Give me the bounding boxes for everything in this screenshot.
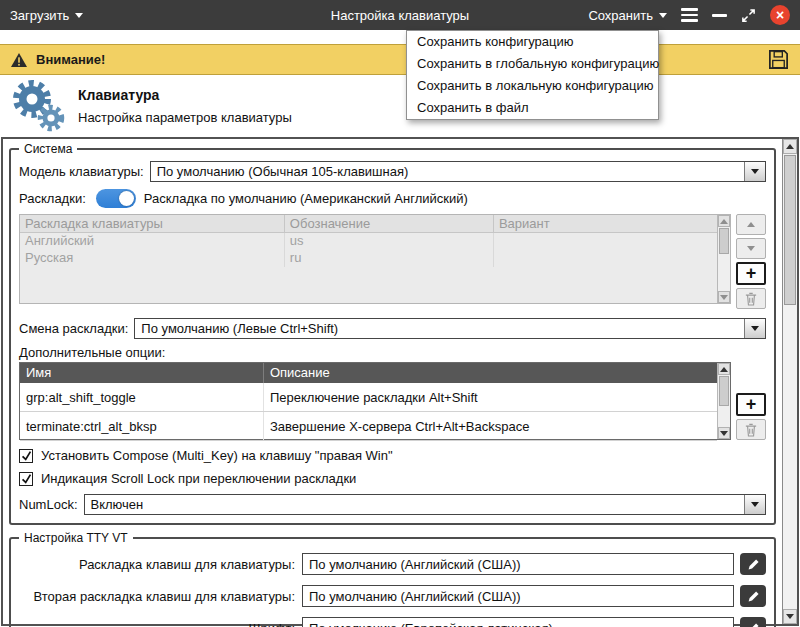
tty-font-edit-button[interactable] [740,617,766,627]
compose-checkbox-row: Установить Compose (Multi_Key) на клавиш… [19,448,766,463]
menu-item-save-config[interactable]: Сохранить конфигурацию [407,31,658,53]
menu-item-save-to-file[interactable]: Сохранить в файл [407,97,658,119]
keyboard-model-row: Модель клавиатуры: По умолчанию (Обычная… [19,161,766,182]
tty-second-layout-input[interactable]: По умолчанию (Английский (США)) [302,585,734,607]
scrollbar-thumb[interactable] [784,155,796,305]
extra-options-label-row: Дополнительные опции: [19,345,766,360]
plus-icon: + [746,264,757,282]
down-arrow-icon [747,246,755,251]
column-header-layout: Раскладка клавиатуры [20,215,285,232]
options-table-scrollbar[interactable] [717,363,730,439]
tty-section: Настройка TTY VT Раскладка клавиш для кл… [9,531,776,627]
layout-switch-row: Смена раскладки: По умолчанию (Левые Ctr… [19,318,766,339]
options-table-header: Имя Описание [20,363,717,383]
close-button[interactable]: × [770,5,790,25]
table-row[interactable]: grp:alt_shift_toggle Переключение раскла… [20,383,717,412]
trash-icon [745,292,757,306]
keyboard-model-dropdown-button[interactable] [744,162,765,181]
delete-layout-button[interactable] [736,288,766,309]
menu-item-save-global-config[interactable]: Сохранить в глобальную конфигурацию [407,53,658,75]
options-table: Имя Описание grp:alt_shift_toggle Перекл… [19,362,731,440]
chevron-down-icon [659,13,667,18]
tty-second-layout-edit-button[interactable] [740,585,766,607]
scrollbar-thumb[interactable] [719,376,729,406]
scroll-down-arrow[interactable] [718,427,730,439]
chevron-down-icon [751,502,759,507]
warning-bar: Внимание! [0,44,800,75]
numlock-dropdown-button[interactable] [744,495,765,514]
column-header-code: Обозначение [285,215,494,232]
move-up-button[interactable] [736,214,766,235]
save-menu-button[interactable]: Сохранить [588,8,667,23]
scroll-up-arrow[interactable] [783,139,797,154]
scrolllock-checkbox-label: Индикация Scroll Lock при переключении р… [41,471,356,486]
scroll-down-arrow[interactable] [783,609,797,624]
chevron-down-icon [751,169,759,174]
column-header-variant: Вариант [494,215,717,232]
warning-text: Внимание! [36,52,105,67]
keyboard-model-value: По умолчанию (Обычная 105-клавишная) [151,162,744,181]
table-row[interactable]: Английский us [20,233,717,250]
compose-checkbox[interactable] [19,449,33,463]
scroll-up-arrow[interactable] [718,363,730,375]
cell-variant [494,233,717,250]
cell-code: us [285,233,494,250]
scrolllock-checkbox[interactable] [19,472,33,486]
numlock-label: NumLock: [19,497,78,512]
layouts-table-header: Раскладка клавиатуры Обозначение Вариант [20,215,717,233]
layout-switch-dropdown-button[interactable] [744,319,765,338]
options-table-buttons: + [736,362,766,440]
tty-font-input[interactable]: По умолчанию (Европейская латинская) [302,617,734,627]
up-arrow-icon [747,222,755,227]
compose-checkbox-label: Установить Compose (Multi_Key) на клавиш… [41,448,393,463]
layout-switch-select[interactable]: По умолчанию (Левые Ctrl+Shift) [134,318,766,339]
layouts-table: Раскладка клавиатуры Обозначение Вариант… [19,214,731,304]
expand-arrows-icon [741,8,756,23]
menu-item-save-local-config[interactable]: Сохранить в локальную конфигурацию [407,75,658,97]
table-row[interactable]: terminate:ctrl_alt_bksp Завершение X-сер… [20,412,717,441]
default-layout-toggle[interactable] [96,189,136,208]
check-icon [21,473,32,484]
tty-font-row: Шрифт: По умолчанию (Европейская латинск… [19,617,766,627]
numlock-select[interactable]: Включен [84,494,766,515]
delete-option-button[interactable] [736,419,766,440]
add-option-button[interactable]: + [736,393,766,416]
scrollbar-thumb[interactable] [719,228,729,254]
cell-layout: Английский [20,233,285,250]
hamburger-menu-icon[interactable] [681,8,698,22]
check-icon [21,450,32,461]
layouts-hint: Раскладка по умолчанию (Американский Анг… [144,191,468,206]
cell-option-description: Переключение раскладки Alt+Shift [264,383,717,411]
scroll-up-arrow[interactable] [718,215,730,227]
system-section: Система Модель клавиатуры: По умолчанию … [9,142,776,525]
save-icon[interactable] [767,48,790,71]
tty-layout-edit-button[interactable] [740,553,766,575]
plus-icon: + [746,395,757,413]
cell-variant [494,250,717,267]
scrolllock-checkbox-row: Индикация Scroll Lock при переключении р… [19,471,766,486]
page-subtitle: Настройка параметров клавиатуры [78,110,292,125]
titlebar: Загрузить Настройка клавиатуры Сохранить… [0,0,800,30]
move-down-button[interactable] [736,238,766,259]
main-scrollbar[interactable] [782,139,797,624]
keyboard-model-select[interactable]: По умолчанию (Обычная 105-клавишная) [150,161,766,182]
fullscreen-button[interactable] [741,8,756,23]
pencil-icon [747,622,760,627]
layouts-table-scrollbar[interactable] [717,215,730,303]
page-title: Клавиатура [78,87,292,103]
layouts-row: Раскладки: Раскладка по умолчанию (Амери… [19,189,766,208]
minimize-button[interactable] [712,14,727,17]
main-content: Система Модель клавиатуры: По умолчанию … [3,139,782,624]
load-menu-button[interactable]: Загрузить [10,8,83,23]
table-row[interactable]: Русская ru [20,250,717,267]
load-menu-label: Загрузить [10,8,69,23]
trash-icon [745,423,757,437]
numlock-row: NumLock: Включен [19,494,766,515]
system-section-legend: Система [19,142,77,156]
module-header: Клавиатура Настройка параметров клавиату… [0,75,800,137]
tty-layout-input[interactable]: По умолчанию (Английский (США)) [302,553,734,575]
scroll-down-arrow[interactable] [718,291,730,303]
gears-icon [10,79,66,133]
add-layout-button[interactable]: + [736,262,766,285]
tty-layout-label: Раскладка клавиш для клавиатуры: [19,557,295,572]
